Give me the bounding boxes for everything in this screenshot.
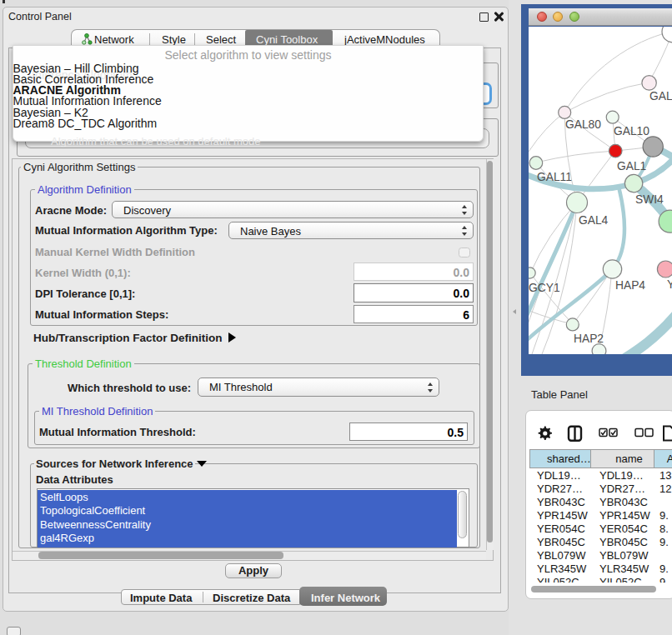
svg-text:GCY1: GCY1 xyxy=(529,282,560,294)
svg-text:HAP2: HAP2 xyxy=(574,332,604,345)
svg-text:Y: Y xyxy=(667,278,672,291)
svg-text:HAP4: HAP4 xyxy=(615,279,645,292)
svg-text:GAL10: GAL10 xyxy=(614,125,649,138)
svg-text:GAL11: GAL11 xyxy=(537,171,572,183)
svg-text:GAL80: GAL80 xyxy=(565,118,601,131)
svg-text:GAL: GAL xyxy=(649,90,672,102)
svg-text:GAL4: GAL4 xyxy=(579,214,609,227)
svg-text:SWI4: SWI4 xyxy=(635,193,664,206)
svg-text:GAL1: GAL1 xyxy=(617,160,646,172)
